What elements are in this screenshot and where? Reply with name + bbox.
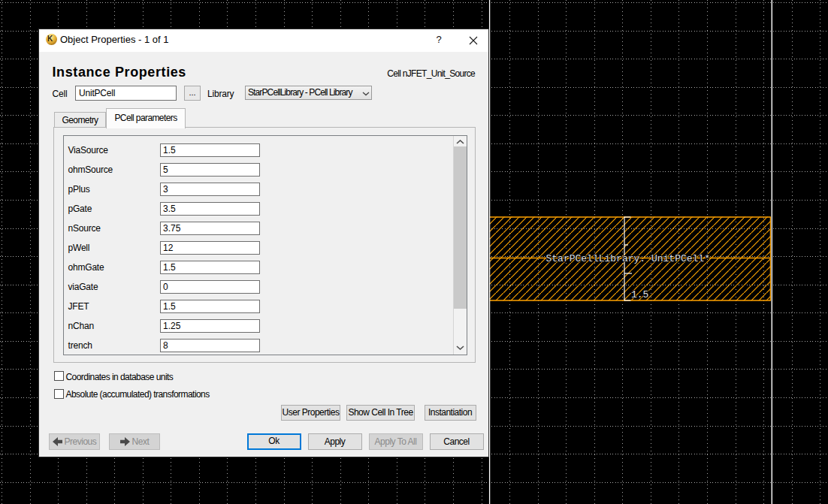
svg-text:StarPCellLibrary. UnitPCell*: StarPCellLibrary. UnitPCell*	[546, 253, 710, 264]
svg-text:1.5: 1.5	[631, 289, 648, 300]
